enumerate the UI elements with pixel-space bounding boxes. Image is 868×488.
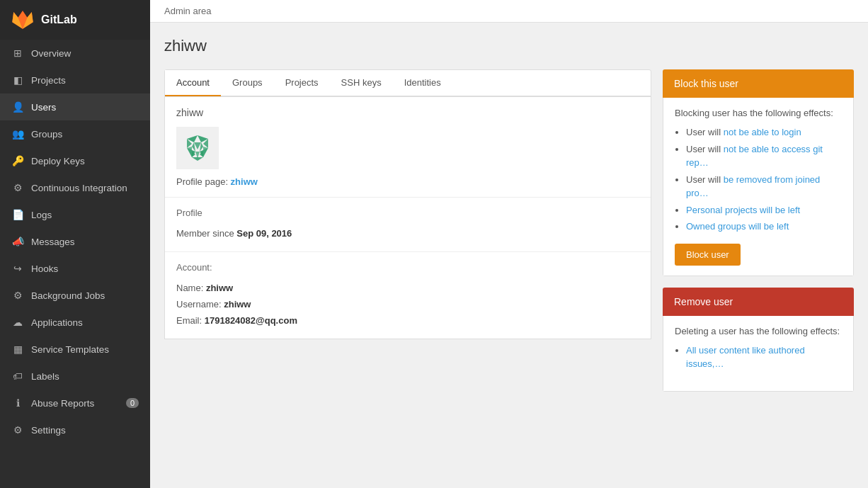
tab-ssh-keys[interactable]: SSH keys	[330, 70, 393, 96]
username-row: Username: zhiww	[176, 296, 639, 312]
sidebar-item-labels[interactable]: 🏷 Labels	[0, 363, 150, 390]
sidebar-item-deploy-keys[interactable]: 🔑 Deploy Keys	[0, 147, 150, 174]
labels-icon: 🏷	[11, 370, 24, 382]
sidebar-item-label: Groups	[31, 129, 62, 140]
block-card-body: Blocking user has the following effects:…	[663, 98, 854, 276]
block-user-button[interactable]: Block user	[675, 244, 741, 266]
sidebar-item-label: Labels	[31, 371, 59, 382]
remove-user-card: Remove user Deleting a user has the foll…	[663, 288, 854, 392]
remove-card-description: Deleting a user has the following effect…	[675, 326, 842, 336]
tab-account[interactable]: Account	[165, 70, 221, 96]
sidebar-item-label: Messages	[31, 237, 75, 247]
sidebar-item-label: Continuous Integration	[31, 183, 127, 193]
sidebar-item-label: Settings	[31, 425, 66, 436]
sidebar-item-messages[interactable]: 📣 Messages	[0, 228, 150, 255]
block-effect-5: Owned groups will be left	[686, 220, 842, 234]
email-value: 1791824082@qq.com	[205, 315, 297, 326]
main-content: Admin area zhiww Account Groups Projects…	[150, 0, 868, 488]
member-since-row: Member since Sep 09, 2016	[176, 225, 639, 242]
sidebar-item-overview[interactable]: ⊞ Overview	[0, 40, 150, 67]
member-since-prefix: Member since	[176, 228, 236, 239]
tab-content: zhiww	[164, 96, 651, 339]
sidebar-item-settings[interactable]: ⚙ Settings	[0, 416, 150, 443]
avatar-container	[176, 127, 219, 169]
username-value: zhiww	[224, 299, 251, 310]
sidebar-item-label: Projects	[31, 75, 66, 86]
sidebar-item-label: Hooks	[31, 263, 58, 274]
block-user-card: Block this user Blocking user has the fo…	[663, 69, 854, 276]
name-prefix: Name:	[176, 283, 206, 293]
abuse-reports-badge: 0	[126, 398, 139, 408]
tab-identities[interactable]: Identities	[393, 70, 452, 96]
name-value: zhiww	[206, 283, 233, 293]
sidebar-item-label: Service Templates	[31, 344, 109, 355]
sidebar-item-logs[interactable]: 📄 Logs	[0, 201, 150, 228]
users-icon: 👤	[11, 101, 24, 113]
account-section-header: Account:	[176, 262, 639, 273]
sidebar-item-groups[interactable]: 👥 Groups	[0, 120, 150, 147]
sidebar-item-ci[interactable]: ⚙ Continuous Integration	[0, 174, 150, 201]
background-jobs-icon: ⚙	[11, 289, 24, 302]
user-content: Account Groups Projects SSH keys Identit…	[164, 69, 854, 403]
sidebar-item-label: Applications	[31, 317, 83, 328]
username-prefix: Username:	[176, 299, 224, 310]
page-title: zhiww	[164, 37, 854, 55]
tab-projects[interactable]: Projects	[274, 70, 330, 96]
projects-icon: ◧	[11, 74, 24, 86]
app-logo[interactable]: GitLab	[0, 0, 150, 40]
main-panel: Account Groups Projects SSH keys Identit…	[164, 69, 651, 403]
sidebar-item-background-jobs[interactable]: ⚙ Background Jobs	[0, 282, 150, 309]
block-effect-1: User will not be able to login	[686, 125, 842, 140]
profile-section: Profile Member since Sep 09, 2016	[165, 198, 651, 252]
sidebar-item-hooks[interactable]: ↪ Hooks	[0, 255, 150, 282]
profile-section-header: Profile	[176, 208, 639, 218]
remove-card-body: Deleting a user has the following effect…	[663, 316, 854, 392]
block-card-description: Blocking user has the following effects:	[675, 108, 842, 118]
groups-icon: 👥	[11, 127, 24, 140]
sidebar-item-label: Background Jobs	[31, 290, 105, 301]
content-area: zhiww Account Groups Projects SSH keys I…	[150, 23, 868, 488]
sidebar-item-label: Overview	[31, 48, 71, 59]
service-templates-icon: ▦	[11, 343, 24, 356]
profile-link-text[interactable]: zhiww	[231, 176, 258, 187]
sidebar-item-projects[interactable]: ◧ Projects	[0, 67, 150, 93]
sidebar-item-label: Abuse Reports	[31, 398, 94, 409]
gitlab-logo-icon	[11, 8, 34, 31]
username-display: zhiww	[176, 107, 639, 118]
hooks-icon: ↪	[11, 262, 24, 275]
remove-effect-1: All user content like authored issues,…	[686, 344, 842, 371]
sidebar-item-label: Logs	[31, 210, 52, 220]
block-effect-3: User will be removed from joined pro…	[686, 173, 842, 200]
sidebar-item-applications[interactable]: ☁ Applications	[0, 309, 150, 336]
breadcrumb: Admin area	[164, 6, 211, 16]
block-effect-4: Personal projects will be left	[686, 203, 842, 217]
avatar	[176, 127, 219, 169]
profile-link-prefix: Profile page:	[176, 176, 231, 187]
remove-effects-list: All user content like authored issues,…	[686, 344, 842, 371]
block-effect-2: User will not be able to access git rep…	[686, 142, 842, 170]
tab-bar: Account Groups Projects SSH keys Identit…	[164, 69, 651, 96]
email-prefix: Email:	[176, 315, 205, 326]
username-section: zhiww	[165, 97, 651, 198]
settings-icon: ⚙	[11, 424, 24, 436]
sidebar-item-abuse-reports[interactable]: ℹ Abuse Reports 0	[0, 390, 150, 416]
deploy-keys-icon: 🔑	[11, 154, 24, 167]
sidebar-item-label: Deploy Keys	[31, 156, 85, 166]
side-panel: Block this user Blocking user has the fo…	[663, 69, 854, 403]
top-bar: Admin area	[150, 0, 868, 23]
sidebar-item-service-templates[interactable]: ▦ Service Templates	[0, 336, 150, 363]
sidebar-item-users[interactable]: 👤 Users	[0, 93, 150, 120]
email-row: Email: 1791824082@qq.com	[176, 312, 639, 329]
ci-icon: ⚙	[11, 181, 24, 194]
logs-icon: 📄	[11, 208, 24, 221]
account-section: Account: Name: zhiww Username: zhiww Ema…	[165, 252, 651, 339]
messages-icon: 📣	[11, 235, 24, 248]
block-effects-list: User will not be able to login User will…	[686, 125, 842, 234]
tab-groups[interactable]: Groups	[221, 70, 274, 96]
applications-icon: ☁	[11, 316, 24, 329]
remove-card-header: Remove user	[663, 288, 854, 316]
profile-link-row: Profile page: zhiww	[176, 176, 639, 187]
member-since-date: Sep 09, 2016	[236, 228, 292, 239]
app-name: GitLab	[41, 13, 77, 26]
name-row: Name: zhiww	[176, 280, 639, 296]
